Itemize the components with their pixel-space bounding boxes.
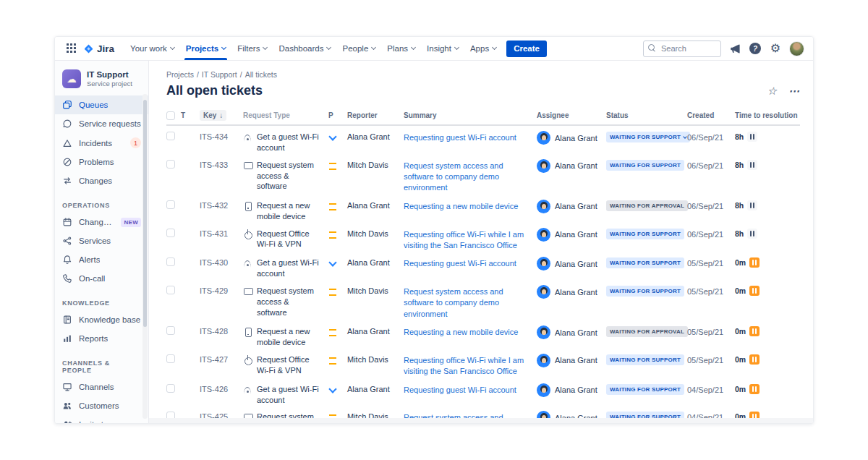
table-row[interactable]: ITS-429 Request system access & software…	[166, 280, 800, 320]
summary-link[interactable]: Requesting guest Wi-Fi account	[404, 386, 516, 394]
summary-link[interactable]: Requesting guest Wi-Fi account	[404, 259, 516, 268]
sidebar-item-incidents[interactable]: Incidents 1	[55, 133, 148, 153]
table-row[interactable]: ITS-427 Request Office Wi-Fi & VPN Mitch…	[166, 349, 800, 378]
summary-link[interactable]: Requesting guest Wi-Fi account	[404, 133, 516, 142]
favorite-star-icon[interactable]	[767, 85, 777, 98]
nav-item-your-work[interactable]: Your work	[124, 37, 180, 60]
book-icon	[62, 315, 72, 325]
summary-link[interactable]: Requesting a new mobile device	[404, 202, 518, 210]
bottom-scroll-strip[interactable]	[149, 418, 813, 423]
col-type[interactable]: T	[181, 111, 200, 119]
row-checkbox[interactable]	[166, 200, 175, 209]
sidebar-item-reports[interactable]: Reports	[55, 329, 148, 348]
nav-item-dashboards[interactable]: Dashboards	[273, 37, 336, 60]
summary-link[interactable]: Requesting office Wi-Fi while I am visit…	[404, 230, 524, 250]
table-row[interactable]: ITS-434 Get a guest Wi-Fi account Alana …	[166, 126, 800, 154]
issue-key[interactable]: ITS-427	[200, 354, 243, 364]
row-checkbox[interactable]	[166, 354, 175, 363]
sidebar-item-on-call[interactable]: On-call	[55, 269, 148, 288]
issue-key[interactable]: ITS-429	[200, 285, 243, 295]
row-checkbox[interactable]	[166, 132, 175, 140]
issue-key[interactable]: ITS-433	[200, 159, 243, 169]
table-row[interactable]: ITS-430 Get a guest Wi-Fi account Alana …	[166, 252, 800, 280]
status-lozenge[interactable]: WAITING FOR APPROVAL	[606, 326, 688, 337]
sidebar-item-alerts[interactable]: Alerts	[55, 250, 148, 269]
table-row[interactable]: ITS-432 Request a new mobile device Alan…	[166, 195, 800, 223]
status-lozenge[interactable]: WAITING FOR SUPPORT	[606, 286, 684, 297]
more-actions-icon[interactable]	[788, 85, 800, 98]
sidebar-item-problems[interactable]: Problems	[55, 153, 148, 171]
col-time-to-resolution[interactable]: Time to resolution	[735, 111, 800, 119]
col-assignee[interactable]: Assignee	[537, 111, 606, 119]
issue-key[interactable]: ITS-430	[200, 257, 243, 267]
breadcrumb-projects[interactable]: Projects	[166, 70, 199, 79]
table-row[interactable]: ITS-433 Request system access & software…	[166, 154, 800, 195]
help-icon[interactable]	[749, 42, 762, 55]
sidebar-item-queues[interactable]: Queues	[55, 95, 148, 114]
summary-link[interactable]: Requesting a new mobile device	[404, 328, 518, 336]
settings-gear-icon[interactable]	[769, 42, 782, 55]
col-summary[interactable]: Summary	[404, 111, 537, 119]
request-type-icon	[243, 201, 252, 210]
status-lozenge[interactable]: WAITING FOR SUPPORT	[606, 354, 684, 365]
sidebar-item-invite-team[interactable]: Invite team	[55, 415, 148, 423]
nav-item-projects[interactable]: Projects	[180, 37, 231, 60]
status-lozenge[interactable]: WAITING FOR SUPPORT	[606, 229, 684, 239]
status-lozenge[interactable]: WAITING FOR SUPPORT	[606, 132, 690, 142]
status-lozenge[interactable]: WAITING FOR APPROVAL	[606, 200, 688, 211]
nav-item-apps[interactable]: Apps	[464, 37, 502, 60]
sidebar-item-change-calendar[interactable]: Change calen... NEW	[55, 213, 148, 231]
breadcrumb-all-tickets[interactable]: All tickets	[245, 70, 277, 79]
sidebar-item-knowledge-base[interactable]: Knowledge base	[55, 310, 148, 329]
nav-item-filters[interactable]: Filters	[231, 37, 273, 60]
nav-item-plans[interactable]: Plans	[381, 37, 421, 60]
notifications-icon[interactable]	[728, 42, 741, 55]
jira-logo[interactable]: Jira	[83, 43, 114, 54]
create-button[interactable]: Create	[506, 41, 547, 57]
summary-link[interactable]: Requesting office Wi-Fi while I am visit…	[404, 356, 524, 375]
issue-key[interactable]: ITS-428	[200, 325, 243, 336]
row-checkbox[interactable]	[166, 384, 175, 393]
table-row[interactable]: ITS-431 Request Office Wi-Fi & VPN Mitch…	[166, 223, 800, 252]
sidebar-item-service-requests[interactable]: Service requests	[55, 114, 148, 133]
chevron-down-icon	[263, 45, 268, 50]
breadcrumb-it-support[interactable]: IT Support	[202, 70, 242, 79]
nav-item-insight[interactable]: Insight	[421, 37, 464, 60]
table-row[interactable]: ITS-428 Request a new mobile device Alan…	[166, 320, 800, 349]
request-type-label: Request system access & software	[257, 286, 321, 318]
chevron-down-icon	[170, 45, 175, 50]
issue-key[interactable]: ITS-434	[200, 131, 243, 141]
row-checkbox[interactable]	[166, 326, 175, 335]
row-checkbox[interactable]	[166, 229, 175, 237]
sidebar-item-customers[interactable]: Customers	[55, 396, 148, 415]
col-request-type[interactable]: Request Type	[243, 111, 328, 119]
status-lozenge[interactable]: WAITING FOR SUPPORT	[606, 160, 684, 171]
sidebar-item-services[interactable]: Services	[55, 231, 148, 250]
user-avatar[interactable]	[789, 41, 804, 56]
col-reporter[interactable]: Reporter	[347, 111, 404, 119]
col-key-sorted[interactable]: Key↓	[200, 110, 226, 121]
nav-item-people[interactable]: People	[336, 37, 381, 60]
status-lozenge[interactable]: WAITING FOR SUPPORT	[606, 257, 684, 268]
issue-key[interactable]: ITS-431	[200, 228, 243, 238]
search-input[interactable]	[643, 41, 721, 57]
project-avatar	[62, 69, 81, 88]
sidebar-item-channels[interactable]: Channels	[55, 378, 148, 396]
issue-key[interactable]: ITS-432	[200, 200, 243, 210]
col-priority[interactable]: P	[328, 111, 347, 119]
col-created[interactable]: Created	[687, 111, 735, 119]
row-checkbox[interactable]	[166, 257, 175, 266]
table-row[interactable]: ITS-426 Get a guest Wi-Fi account Alana …	[166, 378, 800, 406]
row-checkbox[interactable]	[166, 160, 175, 169]
summary-link[interactable]: Request system access and software to co…	[404, 161, 503, 192]
issue-key[interactable]: ITS-426	[200, 383, 243, 393]
status-lozenge[interactable]: WAITING FOR SUPPORT	[606, 384, 684, 395]
col-status[interactable]: Status	[606, 111, 687, 119]
select-all-checkbox[interactable]	[166, 111, 175, 120]
app-switcher-icon[interactable]	[67, 43, 77, 54]
summary-link[interactable]: Request system access and software to co…	[404, 287, 503, 318]
project-header[interactable]: IT Support Service project	[55, 68, 148, 95]
sidebar-scrollbar[interactable]	[142, 94, 148, 419]
row-checkbox[interactable]	[166, 286, 175, 294]
sidebar-item-changes[interactable]: Changes	[55, 171, 148, 190]
